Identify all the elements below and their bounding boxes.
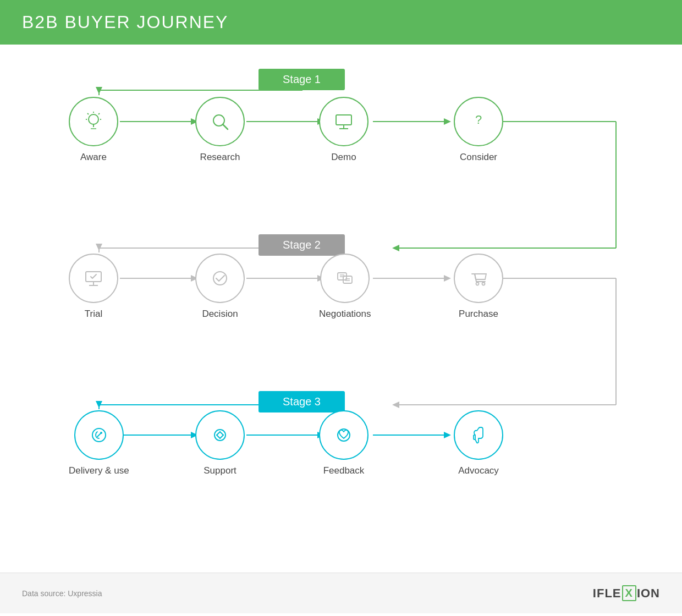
journey-diagram: Stage 1 Stage 2 Stage 3 Aware [38, 67, 644, 523]
circle-decision [195, 254, 245, 303]
svg-line-65 [217, 432, 220, 435]
circle-aware [69, 97, 118, 146]
svg-marker-5 [444, 118, 451, 125]
node-trial: Trial [69, 254, 118, 320]
svg-marker-18 [444, 275, 451, 282]
node-demo-label: Demo [331, 152, 356, 163]
page-title: B2B BUYER JOURNEY [22, 12, 660, 32]
logo-suffix: ION [637, 586, 660, 601]
node-advocacy: Advocacy [454, 410, 503, 476]
node-delivery: Delivery & use [69, 410, 129, 476]
node-decision-label: Decision [202, 309, 238, 320]
svg-point-52 [213, 272, 227, 285]
node-feedback-label: Feedback [323, 465, 365, 476]
node-advocacy-label: Advocacy [458, 465, 499, 476]
svg-line-67 [217, 435, 220, 438]
node-demo: Demo [319, 97, 369, 163]
circle-consider: ? [454, 97, 503, 146]
svg-point-63 [100, 432, 102, 434]
svg-point-60 [482, 283, 485, 285]
stage3-label: Stage 3 [258, 391, 345, 413]
svg-rect-45 [336, 115, 351, 125]
data-source: Data source: Uxpressia [22, 589, 102, 598]
circle-purchase [454, 254, 503, 303]
circle-trial [69, 254, 118, 303]
circle-negotiations [320, 254, 370, 303]
footer: Data source: Uxpressia IFLE X ION [0, 573, 682, 613]
company-logo: IFLE X ION [593, 585, 660, 601]
node-consider: ? Consider [454, 97, 503, 163]
node-aware-label: Aware [80, 152, 107, 163]
node-support-label: Support [204, 465, 237, 476]
circle-research [195, 97, 245, 146]
main-content: Stage 1 Stage 2 Stage 3 Aware [0, 45, 682, 573]
svg-line-39 [87, 113, 89, 114]
logo-x: X [622, 585, 636, 601]
stage2-label: Stage 2 [258, 234, 345, 256]
svg-marker-25 [392, 402, 399, 408]
node-decision: Decision [195, 254, 245, 320]
logo-prefix: IFLE [593, 586, 622, 601]
node-negotiations-label: Negotiations [319, 309, 371, 320]
node-trial-label: Trial [85, 309, 102, 320]
circle-delivery [74, 410, 124, 460]
node-aware: Aware [69, 97, 118, 163]
svg-marker-8 [96, 87, 102, 94]
svg-marker-31 [444, 432, 451, 438]
node-negotiations: Negotiations [319, 254, 371, 320]
svg-marker-21 [96, 244, 102, 251]
stage1-label: Stage 1 [258, 69, 345, 90]
svg-point-59 [476, 283, 479, 285]
node-research-label: Research [200, 152, 240, 163]
svg-marker-34 [96, 401, 102, 408]
svg-marker-12 [392, 245, 399, 251]
node-support: Support [195, 410, 245, 476]
svg-line-66 [220, 432, 223, 435]
svg-line-40 [98, 113, 100, 114]
circle-demo [319, 97, 369, 146]
svg-line-62 [97, 433, 101, 437]
svg-line-68 [220, 435, 223, 438]
header: B2B BUYER JOURNEY [0, 0, 682, 45]
node-delivery-label: Delivery & use [69, 465, 129, 476]
svg-text:?: ? [475, 113, 482, 127]
circle-advocacy [454, 410, 503, 460]
circle-support [195, 410, 245, 460]
svg-line-44 [223, 124, 228, 129]
node-purchase-label: Purchase [459, 309, 498, 320]
node-feedback: Feedback [319, 410, 369, 476]
node-research: Research [195, 97, 245, 163]
node-purchase: Purchase [454, 254, 503, 320]
circle-feedback [319, 410, 369, 460]
node-consider-label: Consider [460, 152, 497, 163]
svg-point-35 [89, 114, 98, 124]
